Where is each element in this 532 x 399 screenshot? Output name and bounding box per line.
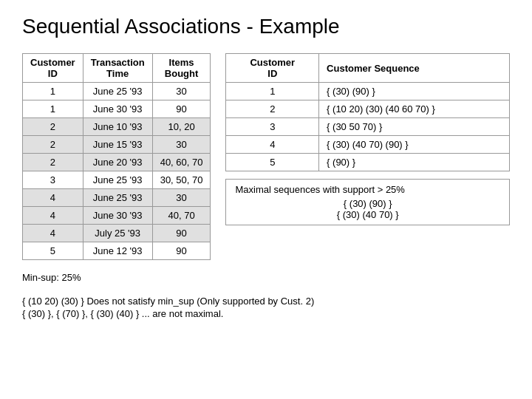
cell-transaction-time: June 15 '93 — [83, 136, 152, 154]
cell-transaction-time: June 12 '93 — [83, 242, 152, 260]
min-sup-label: Min-sup: 25% — [22, 272, 510, 283]
transaction-row: 4 June 30 '93 40, 70 — [23, 207, 211, 225]
sequence-table: CustomerID Customer Sequence 1 { (30) (9… — [225, 53, 510, 171]
note-item: { (30) }, { (70) }, { (30) (40) } ... ar… — [22, 308, 510, 319]
cell-items-bought: 30, 50, 70 — [152, 171, 211, 189]
sequence-row: 3 { (30 50 70) } — [226, 118, 510, 136]
sequence-row: 2 { (10 20) (30) (40 60 70) } — [226, 100, 510, 118]
content-area: CustomerID TransactionTime ItemsBought 1… — [22, 53, 510, 260]
cell-sequence: { (30) (90) } — [319, 83, 510, 100]
cell-transaction-time: July 25 '93 — [83, 225, 152, 242]
sequence-row: 1 { (30) (90) } — [226, 83, 510, 100]
cell-items-bought: 40, 70 — [152, 207, 211, 225]
col-header-customer-id: CustomerID — [23, 54, 83, 83]
cell-seq-customer-id: 4 — [226, 136, 319, 154]
cell-transaction-time: June 10 '93 — [83, 118, 152, 136]
transaction-row: 4 July 25 '93 90 — [23, 225, 211, 242]
cell-transaction-time: June 25 '93 — [83, 83, 152, 100]
cell-sequence: { (30 50 70) } — [319, 118, 510, 136]
maximal-sequence-item: { (30) (90) } — [235, 198, 500, 209]
transaction-row: 2 June 20 '93 40, 60, 70 — [23, 154, 211, 171]
left-section: CustomerID TransactionTime ItemsBought 1… — [22, 53, 211, 260]
cell-customer-id: 2 — [23, 154, 83, 171]
cell-items-bought: 10, 20 — [152, 118, 211, 136]
cell-customer-id: 4 — [23, 189, 83, 207]
note-item: { (10 20) (30) } Does not satisfy min_su… — [22, 296, 510, 307]
cell-items-bought: 90 — [152, 242, 211, 260]
cell-sequence: { (90) } — [319, 154, 510, 171]
cell-transaction-time: June 25 '93 — [83, 189, 152, 207]
cell-customer-id: 4 — [23, 207, 83, 225]
transaction-row: 1 June 30 '93 90 — [23, 100, 211, 118]
cell-transaction-time: June 30 '93 — [83, 207, 152, 225]
cell-seq-customer-id: 3 — [226, 118, 319, 136]
cell-items-bought: 30 — [152, 136, 211, 154]
transaction-row: 2 June 10 '93 10, 20 — [23, 118, 211, 136]
cell-seq-customer-id: 2 — [226, 100, 319, 118]
cell-items-bought: 40, 60, 70 — [152, 154, 211, 171]
seq-col-header-id: CustomerID — [226, 54, 319, 83]
cell-seq-customer-id: 1 — [226, 83, 319, 100]
cell-items-bought: 90 — [152, 225, 211, 242]
cell-customer-id: 1 — [23, 100, 83, 118]
cell-customer-id: 4 — [23, 225, 83, 242]
cell-sequence: { (10 20) (30) (40 60 70) } — [319, 100, 510, 118]
maximal-sequences-box: Maximal sequences with support > 25% { (… — [225, 179, 510, 225]
cell-customer-id: 1 — [23, 83, 83, 100]
cell-seq-customer-id: 5 — [226, 154, 319, 171]
transaction-row: 4 June 25 '93 30 — [23, 189, 211, 207]
cell-customer-id: 2 — [23, 136, 83, 154]
cell-transaction-time: June 30 '93 — [83, 100, 152, 118]
maximal-sequence-item: { (30) (40 70) } — [235, 209, 500, 220]
col-header-transaction-time: TransactionTime — [83, 54, 152, 83]
seq-col-header-sequence: Customer Sequence — [319, 54, 510, 83]
page-title: Sequential Associations - Example — [22, 15, 510, 38]
cell-sequence: { (30) (40 70) (90) } — [319, 136, 510, 154]
right-section: CustomerID Customer Sequence 1 { (30) (9… — [225, 53, 510, 225]
transaction-row: 3 June 25 '93 30, 50, 70 — [23, 171, 211, 189]
cell-customer-id: 5 — [23, 242, 83, 260]
bottom-notes: Min-sup: 25% { (10 20) (30) } Does not s… — [22, 272, 510, 319]
cell-customer-id: 2 — [23, 118, 83, 136]
cell-transaction-time: June 20 '93 — [83, 154, 152, 171]
transaction-row: 1 June 25 '93 30 — [23, 83, 211, 100]
sequence-row: 4 { (30) (40 70) (90) } — [226, 136, 510, 154]
col-header-items-bought: ItemsBought — [152, 54, 211, 83]
cell-items-bought: 90 — [152, 100, 211, 118]
transaction-row: 5 June 12 '93 90 — [23, 242, 211, 260]
cell-items-bought: 30 — [152, 83, 211, 100]
maximal-title: Maximal sequences with support > 25% — [235, 184, 500, 195]
cell-items-bought: 30 — [152, 189, 211, 207]
transaction-row: 2 June 15 '93 30 — [23, 136, 211, 154]
sequence-row: 5 { (90) } — [226, 154, 510, 171]
transaction-table: CustomerID TransactionTime ItemsBought 1… — [22, 53, 211, 260]
cell-customer-id: 3 — [23, 171, 83, 189]
cell-transaction-time: June 25 '93 — [83, 171, 152, 189]
